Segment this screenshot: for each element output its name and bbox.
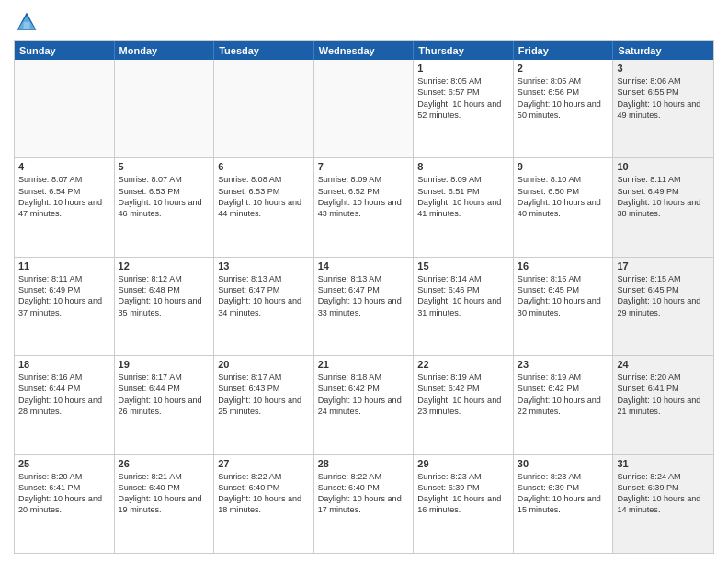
cal-cell-20: 20Sunrise: 8:17 AM Sunset: 6:43 PM Dayli… [214, 356, 314, 454]
day-number: 20 [218, 359, 310, 370]
cal-cell-15: 15Sunrise: 8:14 AM Sunset: 6:46 PM Dayli… [414, 258, 514, 355]
day-number: 27 [218, 458, 310, 469]
cal-cell-3: 3Sunrise: 8:06 AM Sunset: 6:55 PM Daylig… [613, 60, 713, 157]
cal-cell-9: 9Sunrise: 8:10 AM Sunset: 6:50 PM Daylig… [514, 158, 614, 256]
cell-text: Sunrise: 8:13 AM Sunset: 6:47 PM Dayligh… [318, 273, 410, 318]
cal-cell-23: 23Sunrise: 8:19 AM Sunset: 6:42 PM Dayli… [514, 356, 614, 454]
cal-cell-5: 5Sunrise: 8:07 AM Sunset: 6:53 PM Daylig… [115, 158, 215, 256]
day-number: 22 [417, 359, 509, 370]
day-number: 6 [218, 161, 310, 172]
cell-text: Sunrise: 8:14 AM Sunset: 6:46 PM Dayligh… [417, 273, 509, 318]
cell-text: Sunrise: 8:21 AM Sunset: 6:40 PM Dayligh… [119, 471, 210, 516]
cal-header-cell-thursday: Thursday [414, 41, 514, 60]
cell-text: Sunrise: 8:07 AM Sunset: 6:54 PM Dayligh… [18, 174, 110, 219]
day-number: 25 [18, 458, 110, 469]
cal-cell-7: 7Sunrise: 8:09 AM Sunset: 6:52 PM Daylig… [314, 158, 415, 256]
cell-text: Sunrise: 8:17 AM Sunset: 6:43 PM Dayligh… [218, 372, 310, 417]
cal-cell-2: 2Sunrise: 8:05 AM Sunset: 6:56 PM Daylig… [514, 60, 614, 157]
day-number: 23 [518, 359, 609, 370]
logo [14, 9, 43, 35]
day-number: 17 [617, 260, 710, 271]
cell-text: Sunrise: 8:22 AM Sunset: 6:40 PM Dayligh… [218, 471, 310, 516]
cal-week-1: 4Sunrise: 8:07 AM Sunset: 6:54 PM Daylig… [15, 158, 713, 257]
cal-cell-empty-2 [214, 60, 314, 157]
cal-header-cell-saturday: Saturday [613, 41, 713, 60]
cell-text: Sunrise: 8:13 AM Sunset: 6:47 PM Dayligh… [218, 273, 310, 318]
cal-cell-18: 18Sunrise: 8:16 AM Sunset: 6:44 PM Dayli… [15, 356, 115, 454]
day-number: 31 [617, 458, 710, 469]
cell-text: Sunrise: 8:23 AM Sunset: 6:39 PM Dayligh… [518, 471, 609, 516]
day-number: 2 [518, 63, 609, 74]
day-number: 4 [18, 161, 110, 172]
cell-text: Sunrise: 8:05 AM Sunset: 6:56 PM Dayligh… [518, 75, 609, 121]
day-number: 11 [18, 260, 110, 271]
cal-header-cell-friday: Friday [514, 41, 614, 60]
cal-cell-empty-3 [314, 60, 415, 157]
svg-rect-2 [24, 22, 30, 29]
cell-text: Sunrise: 8:15 AM Sunset: 6:45 PM Dayligh… [617, 273, 710, 318]
cal-header-cell-monday: Monday [115, 41, 215, 60]
cal-cell-29: 29Sunrise: 8:23 AM Sunset: 6:39 PM Dayli… [414, 455, 514, 553]
cell-text: Sunrise: 8:20 AM Sunset: 6:41 PM Dayligh… [18, 471, 110, 516]
cell-text: Sunrise: 8:22 AM Sunset: 6:40 PM Dayligh… [318, 471, 410, 516]
page: SundayMondayTuesdayWednesdayThursdayFrid… [0, 0, 728, 563]
day-number: 8 [417, 161, 509, 172]
cell-text: Sunrise: 8:18 AM Sunset: 6:42 PM Dayligh… [318, 372, 410, 417]
cal-cell-17: 17Sunrise: 8:15 AM Sunset: 6:45 PM Dayli… [613, 258, 713, 355]
calendar-header-row: SundayMondayTuesdayWednesdayThursdayFrid… [15, 41, 713, 60]
day-number: 26 [119, 458, 210, 469]
cal-cell-11: 11Sunrise: 8:11 AM Sunset: 6:49 PM Dayli… [15, 258, 115, 355]
cal-cell-30: 30Sunrise: 8:23 AM Sunset: 6:39 PM Dayli… [514, 455, 614, 553]
cal-cell-13: 13Sunrise: 8:13 AM Sunset: 6:47 PM Dayli… [214, 258, 314, 355]
cal-header-cell-tuesday: Tuesday [214, 41, 314, 60]
cal-cell-16: 16Sunrise: 8:15 AM Sunset: 6:45 PM Dayli… [514, 258, 614, 355]
day-number: 15 [417, 260, 509, 271]
cal-cell-27: 27Sunrise: 8:22 AM Sunset: 6:40 PM Dayli… [214, 455, 314, 553]
cell-text: Sunrise: 8:15 AM Sunset: 6:45 PM Dayligh… [518, 273, 609, 318]
cell-text: Sunrise: 8:05 AM Sunset: 6:57 PM Dayligh… [417, 75, 509, 121]
cal-cell-4: 4Sunrise: 8:07 AM Sunset: 6:54 PM Daylig… [15, 158, 115, 256]
cal-header-cell-wednesday: Wednesday [314, 41, 415, 60]
day-number: 13 [218, 260, 310, 271]
day-number: 19 [119, 359, 210, 370]
cell-text: Sunrise: 8:24 AM Sunset: 6:39 PM Dayligh… [617, 471, 710, 516]
day-number: 7 [318, 161, 410, 172]
cal-cell-12: 12Sunrise: 8:12 AM Sunset: 6:48 PM Dayli… [115, 258, 215, 355]
day-number: 30 [518, 458, 609, 469]
cell-text: Sunrise: 8:20 AM Sunset: 6:41 PM Dayligh… [617, 372, 710, 417]
header [14, 9, 714, 35]
cal-cell-28: 28Sunrise: 8:22 AM Sunset: 6:40 PM Dayli… [314, 455, 415, 553]
cell-text: Sunrise: 8:23 AM Sunset: 6:39 PM Dayligh… [417, 471, 509, 516]
calendar: SundayMondayTuesdayWednesdayThursdayFrid… [14, 40, 714, 554]
calendar-body: 1Sunrise: 8:05 AM Sunset: 6:57 PM Daylig… [15, 60, 713, 553]
cal-cell-10: 10Sunrise: 8:11 AM Sunset: 6:49 PM Dayli… [613, 158, 713, 256]
cal-week-0: 1Sunrise: 8:05 AM Sunset: 6:57 PM Daylig… [15, 60, 713, 158]
cell-text: Sunrise: 8:19 AM Sunset: 6:42 PM Dayligh… [518, 372, 609, 417]
cal-cell-25: 25Sunrise: 8:20 AM Sunset: 6:41 PM Dayli… [15, 455, 115, 553]
cal-cell-14: 14Sunrise: 8:13 AM Sunset: 6:47 PM Dayli… [314, 258, 415, 355]
day-number: 12 [119, 260, 210, 271]
cell-text: Sunrise: 8:09 AM Sunset: 6:51 PM Dayligh… [417, 174, 509, 219]
cell-text: Sunrise: 8:16 AM Sunset: 6:44 PM Dayligh… [18, 372, 110, 417]
day-number: 3 [617, 63, 710, 74]
cal-cell-empty-0 [15, 60, 115, 157]
cal-cell-26: 26Sunrise: 8:21 AM Sunset: 6:40 PM Dayli… [115, 455, 215, 553]
cal-cell-1: 1Sunrise: 8:05 AM Sunset: 6:57 PM Daylig… [414, 60, 514, 157]
cal-cell-24: 24Sunrise: 8:20 AM Sunset: 6:41 PM Dayli… [613, 356, 713, 454]
cell-text: Sunrise: 8:09 AM Sunset: 6:52 PM Dayligh… [318, 174, 410, 219]
cal-week-2: 11Sunrise: 8:11 AM Sunset: 6:49 PM Dayli… [15, 258, 713, 356]
cell-text: Sunrise: 8:19 AM Sunset: 6:42 PM Dayligh… [417, 372, 509, 417]
cal-cell-22: 22Sunrise: 8:19 AM Sunset: 6:42 PM Dayli… [414, 356, 514, 454]
day-number: 9 [518, 161, 609, 172]
day-number: 14 [318, 260, 410, 271]
day-number: 28 [318, 458, 410, 469]
day-number: 21 [318, 359, 410, 370]
logo-icon [14, 9, 40, 35]
cell-text: Sunrise: 8:10 AM Sunset: 6:50 PM Dayligh… [518, 174, 609, 219]
cal-week-3: 18Sunrise: 8:16 AM Sunset: 6:44 PM Dayli… [15, 356, 713, 454]
cell-text: Sunrise: 8:12 AM Sunset: 6:48 PM Dayligh… [119, 273, 210, 318]
cal-cell-empty-1 [115, 60, 215, 157]
cell-text: Sunrise: 8:08 AM Sunset: 6:53 PM Dayligh… [218, 174, 310, 219]
cal-cell-21: 21Sunrise: 8:18 AM Sunset: 6:42 PM Dayli… [314, 356, 415, 454]
cal-cell-6: 6Sunrise: 8:08 AM Sunset: 6:53 PM Daylig… [214, 158, 314, 256]
